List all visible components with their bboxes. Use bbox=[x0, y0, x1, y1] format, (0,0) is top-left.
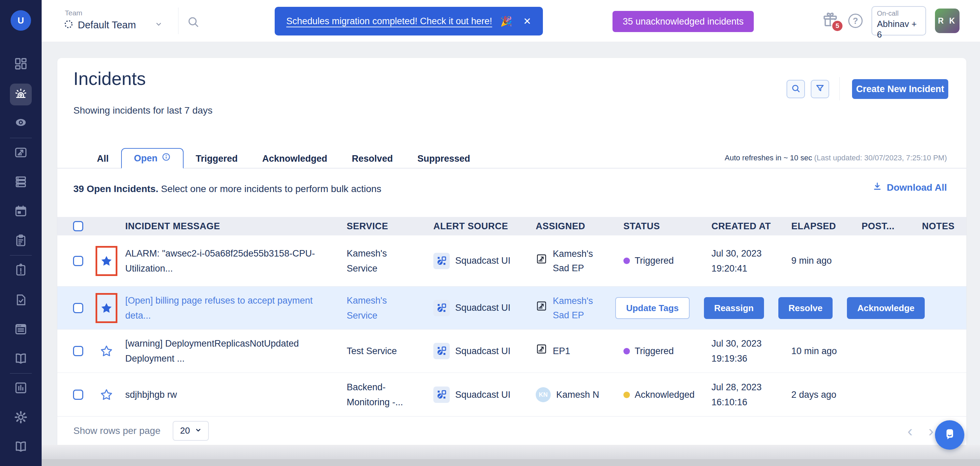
table-row: ALARM: "awsec2-i-05a68f25de55b3158-CPU- … bbox=[57, 235, 966, 286]
star-filled-icon[interactable] bbox=[100, 254, 113, 267]
sidebar-divider bbox=[10, 138, 32, 138]
service-link[interactable]: Kamesh's Service bbox=[347, 246, 433, 276]
squadcast-ui-icon bbox=[433, 343, 450, 359]
assigned-line: Sad EP bbox=[553, 308, 593, 322]
oncall-widget[interactable]: On-call Abhinav + 6 bbox=[872, 6, 926, 35]
whats-new-gift-icon[interactable]: 5 bbox=[822, 11, 839, 31]
incident-message-link[interactable]: ALARM: "awsec2-i-05a68f25de55b3158-CPU- … bbox=[125, 246, 347, 276]
created-at-cell: Jul 28, 2023 16:10:16 bbox=[711, 380, 791, 410]
sidebar-item-incidents[interactable] bbox=[10, 84, 32, 105]
page-title: Incidents bbox=[73, 68, 146, 89]
assigned-link[interactable]: Kamesh's Sad EP bbox=[553, 247, 593, 275]
sidebar-item-schedules[interactable] bbox=[10, 201, 32, 223]
sidebar-item-status-checks[interactable] bbox=[10, 289, 32, 312]
sidebar-item-reports[interactable] bbox=[10, 378, 32, 399]
sidebar-item-postmortems[interactable] bbox=[10, 259, 32, 282]
sidebar-item-docs[interactable] bbox=[10, 436, 32, 458]
service-link[interactable]: Kamesh's Service bbox=[347, 293, 433, 323]
refresh-text: Auto refreshes in ~ 10 sec bbox=[725, 154, 814, 162]
sidebar-item-escalation-policies[interactable] bbox=[10, 230, 32, 252]
profile-avatar[interactable]: R K bbox=[935, 8, 959, 33]
service-link[interactable]: Backend- Monitoring -... bbox=[347, 380, 433, 410]
rows-per-page-label: Show rows per page bbox=[73, 425, 161, 436]
table-row: sdjhbjhgb rw Backend- Monitoring -... Sq… bbox=[57, 373, 966, 416]
assigned-link[interactable]: Kamesh's Sad EP bbox=[553, 294, 593, 322]
sidebar-item-analytics[interactable] bbox=[10, 142, 32, 164]
star-outline-icon[interactable] bbox=[100, 345, 113, 358]
sidebar-item-runbooks[interactable] bbox=[10, 348, 32, 370]
announcement-banner: Schedules migration completed! Check it … bbox=[275, 7, 543, 35]
incident-message-link[interactable]: [Open] billing page refuses to accept pa… bbox=[125, 293, 347, 323]
row-checkbox[interactable] bbox=[73, 256, 83, 266]
tab-open-label: Open bbox=[134, 149, 158, 168]
assigned-link[interactable]: Kamesh N bbox=[556, 388, 599, 402]
assigned-link[interactable]: EP1 bbox=[553, 344, 570, 358]
global-search-icon[interactable] bbox=[186, 15, 200, 30]
page-subtitle: Showing incidents for last 7 days bbox=[73, 105, 213, 116]
star-outline-icon[interactable] bbox=[100, 388, 113, 401]
acknowledge-button[interactable]: Acknowledge bbox=[847, 297, 925, 319]
dashboard-grid-icon bbox=[14, 57, 28, 72]
bulk-action-hint: 39 Open Incidents. Select one or more in… bbox=[73, 183, 382, 194]
document-check-icon bbox=[14, 293, 28, 308]
org-avatar[interactable]: U bbox=[11, 10, 31, 31]
alert-source-label: Squadcast UI bbox=[455, 256, 511, 266]
star-filled-icon[interactable] bbox=[100, 302, 113, 315]
help-icon[interactable]: ? bbox=[848, 14, 862, 28]
search-icon bbox=[791, 83, 801, 95]
sidebar-item-dashboard[interactable] bbox=[10, 54, 32, 75]
service-line: Backend- bbox=[347, 380, 433, 395]
banner-close-icon[interactable]: ✕ bbox=[523, 16, 531, 27]
tab-triggered[interactable]: Triggered bbox=[184, 150, 250, 168]
team-name: Default Team bbox=[78, 19, 136, 31]
browser-window-icon bbox=[14, 322, 28, 337]
info-icon bbox=[162, 149, 170, 168]
sidebar: U bbox=[0, 0, 41, 466]
sidebar-item-webforms[interactable] bbox=[10, 319, 32, 341]
sidebar-item-services[interactable] bbox=[10, 172, 32, 193]
create-new-incident-button[interactable]: Create New Incident bbox=[852, 79, 948, 99]
rows-per-page-select[interactable]: 20 bbox=[173, 421, 209, 441]
col-postmortem: POST... bbox=[862, 221, 922, 232]
download-all-link[interactable]: Download All bbox=[872, 181, 947, 193]
assigned-line: Kamesh's bbox=[553, 247, 593, 261]
reassign-button[interactable]: Reassign bbox=[704, 297, 764, 319]
sidebar-item-settings[interactable] bbox=[10, 407, 32, 429]
previous-page-button[interactable]: ‹ bbox=[907, 423, 912, 439]
team-selector[interactable]: Default Team bbox=[64, 19, 162, 31]
tab-acknowledged[interactable]: Acknowledged bbox=[250, 150, 340, 168]
chat-widget-button[interactable] bbox=[935, 420, 964, 450]
resolve-button[interactable]: Resolve bbox=[778, 297, 833, 319]
top-bar: Team Default Team Schedules migration co… bbox=[0, 0, 980, 41]
service-link[interactable]: Test Service bbox=[347, 344, 433, 359]
trend-chart-icon bbox=[14, 146, 28, 161]
team-icon bbox=[64, 19, 74, 31]
bulk-hint-text: Select one or more incidents to perform … bbox=[158, 183, 382, 194]
incident-message-link[interactable]: [warning] DeploymentReplicasNotUpdated D… bbox=[125, 336, 347, 366]
search-button[interactable] bbox=[786, 80, 805, 98]
banner-link[interactable]: Schedules migration completed! Check it … bbox=[286, 16, 492, 27]
tab-suppressed[interactable]: Suppressed bbox=[405, 150, 482, 168]
next-page-button[interactable]: › bbox=[929, 423, 934, 439]
service-line: Test Service bbox=[347, 344, 433, 359]
select-all-checkbox[interactable] bbox=[73, 221, 83, 231]
created-time: 19:20:41 bbox=[711, 261, 791, 276]
oncall-value: Abhinav + 6 bbox=[877, 19, 921, 40]
clipboard-icon bbox=[14, 234, 28, 249]
row-checkbox[interactable] bbox=[73, 303, 83, 313]
incidents-table: INCIDENT MESSAGE SERVICE ALERT SOURCE AS… bbox=[57, 217, 966, 416]
message-line: [Open] billing page refuses to accept pa… bbox=[125, 293, 334, 323]
unacknowledged-incidents-badge[interactable]: 35 unacknowledged incidents bbox=[612, 11, 754, 32]
incident-message-link[interactable]: sdjhbjhgb rw bbox=[125, 387, 347, 402]
tab-all[interactable]: All bbox=[84, 150, 121, 168]
tab-open[interactable]: Open bbox=[121, 148, 184, 169]
update-tags-button[interactable]: Update Tags bbox=[615, 297, 690, 319]
sidebar-item-monitoring[interactable] bbox=[10, 112, 32, 134]
tab-resolved[interactable]: Resolved bbox=[339, 150, 405, 168]
escalation-policy-icon bbox=[536, 343, 547, 359]
eye-icon bbox=[14, 116, 28, 130]
row-checkbox[interactable] bbox=[73, 390, 83, 400]
row-checkbox[interactable] bbox=[73, 346, 83, 356]
squadcast-ui-icon bbox=[433, 386, 450, 403]
filter-button[interactable] bbox=[811, 80, 829, 98]
